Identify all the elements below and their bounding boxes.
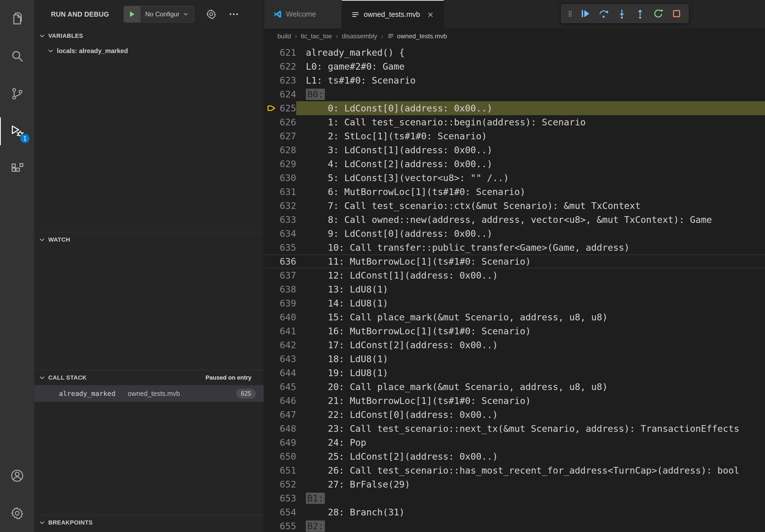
activity-item-account[interactable]	[0, 457, 34, 494]
breakpoint-gutter[interactable]	[264, 241, 280, 254]
line-number[interactable]: 651	[280, 463, 296, 477]
line-content[interactable]: 13: LdU8(1)	[296, 282, 765, 296]
step-into-button[interactable]	[613, 6, 631, 22]
breakpoint-gutter[interactable]	[264, 380, 280, 394]
line-content[interactable]: 25: LdConst[2](address: 0x00..)	[296, 449, 765, 463]
line-content[interactable]: L1: ts#1#0: Scenario	[296, 73, 765, 87]
line-number[interactable]: 644	[280, 366, 296, 380]
line-number[interactable]: 649	[280, 435, 296, 449]
variables-scope-row[interactable]: locals: already_marked	[34, 43, 264, 58]
activity-item-source-control[interactable]	[0, 75, 34, 113]
line-number[interactable]: 639	[280, 296, 296, 310]
step-out-button[interactable]	[631, 6, 649, 22]
activity-item-extensions[interactable]	[0, 150, 34, 187]
breakpoint-gutter[interactable]	[264, 73, 280, 87]
tab-welcome[interactable]: Welcome	[264, 0, 342, 28]
breakpoint-gutter[interactable]	[264, 352, 280, 366]
line-content[interactable]: 12: LdConst[1](address: 0x00..)	[296, 268, 765, 282]
line-content[interactable]: 1: Call test_scenario::begin(address): S…	[296, 115, 765, 129]
breakpoint-gutter[interactable]	[264, 87, 280, 101]
line-number[interactable]: 632	[280, 199, 296, 213]
line-content[interactable]: B0:	[296, 87, 765, 101]
line-content[interactable]: 26: Call test_scenario::has_most_recent_…	[296, 463, 765, 477]
breakpoint-gutter[interactable]	[264, 129, 280, 143]
line-content[interactable]: 19: LdU8(1)	[296, 366, 765, 380]
line-number[interactable]: 638	[280, 282, 296, 296]
line-number[interactable]: 637	[280, 268, 296, 282]
line-content[interactable]: 17: LdConst[2](address: 0x00..)	[296, 338, 765, 352]
line-number[interactable]: 648	[280, 421, 296, 435]
breakpoint-gutter[interactable]	[264, 171, 280, 185]
line-number[interactable]: 621	[280, 46, 296, 60]
stop-button[interactable]	[667, 6, 686, 22]
line-content[interactable]: B1:	[296, 491, 765, 505]
breakpoint-gutter[interactable]	[264, 324, 280, 338]
breakpoint-gutter[interactable]	[264, 491, 280, 505]
line-content[interactable]: 2: StLoc[1](ts#1#0: Scenario)	[296, 129, 765, 143]
breadcrumb-item-tic-tac-toe[interactable]: tic_tac_toe	[301, 32, 332, 40]
line-number[interactable]: 634	[280, 227, 296, 241]
breakpoint-gutter[interactable]	[264, 254, 280, 268]
breakpoint-gutter[interactable]	[264, 366, 280, 380]
breakpoint-gutter[interactable]	[264, 199, 280, 213]
line-content[interactable]: 11: MutBorrowLoc[1](ts#1#0: Scenario)	[296, 254, 765, 268]
line-number[interactable]: 654	[280, 505, 296, 519]
activity-item-explorer[interactable]	[0, 0, 34, 38]
line-number[interactable]: 624	[280, 87, 296, 101]
line-number[interactable]: 623	[280, 73, 296, 87]
line-number[interactable]: 636	[280, 254, 296, 268]
breakpoint-gutter[interactable]	[264, 394, 280, 408]
more-actions-icon[interactable]	[228, 9, 239, 20]
activity-item-settings[interactable]	[0, 494, 34, 532]
breakpoint-gutter[interactable]	[264, 505, 280, 519]
start-debugging-button[interactable]	[124, 6, 141, 22]
line-content[interactable]: 24: Pop	[296, 435, 765, 449]
line-number[interactable]: 642	[280, 338, 296, 352]
step-over-button[interactable]	[594, 6, 613, 22]
line-content[interactable]: L0: game#2#0: Game	[296, 60, 765, 73]
restart-button[interactable]	[649, 6, 667, 22]
breakpoint-gutter[interactable]	[264, 310, 280, 324]
line-content[interactable]: 9: LdConst[0](address: 0x00..)	[296, 227, 765, 241]
breakpoint-gutter[interactable]	[264, 296, 280, 310]
line-number[interactable]: 643	[280, 352, 296, 366]
line-content[interactable]: 4: LdConst[2](address: 0x00..)	[296, 157, 765, 171]
call-stack-frame[interactable]: already_marked owned_tests.mvb 625	[34, 385, 264, 402]
line-number[interactable]: 629	[280, 157, 296, 171]
line-number[interactable]: 630	[280, 171, 296, 185]
breadcrumb-item-owned-tests-mvb[interactable]: owned_tests.mvb	[387, 32, 447, 40]
variables-section-header[interactable]: VARIABLES	[34, 28, 264, 43]
breakpoint-gutter[interactable]	[264, 101, 280, 115]
line-content[interactable]: 21: MutBorrowLoc[1](ts#1#0: Scenario)	[296, 394, 765, 408]
line-number[interactable]: 626	[280, 115, 296, 129]
breakpoint-gutter[interactable]	[264, 449, 280, 463]
breakpoint-gutter[interactable]	[264, 157, 280, 171]
line-number[interactable]: 653	[280, 491, 296, 505]
activity-item-run-and-debug[interactable]: 1	[0, 113, 34, 150]
line-number[interactable]: 652	[280, 477, 296, 491]
breakpoint-gutter[interactable]	[264, 213, 280, 227]
breakpoint-gutter[interactable]	[264, 519, 280, 532]
breakpoints-section-header[interactable]: BREAKPOINTS	[34, 515, 264, 530]
line-content[interactable]: 20: Call place_mark(&mut Scenario, addre…	[296, 380, 765, 394]
line-content[interactable]: 0: LdConst[0](address: 0x00..)	[296, 101, 765, 115]
continue-button[interactable]	[576, 6, 594, 22]
line-content[interactable]: 16: MutBorrowLoc[1](ts#1#0: Scenario)	[296, 324, 765, 338]
breakpoint-gutter[interactable]	[264, 282, 280, 296]
line-number[interactable]: 633	[280, 213, 296, 227]
breakpoint-gutter[interactable]	[264, 463, 280, 477]
line-content[interactable]: B2:	[296, 519, 765, 532]
line-number[interactable]: 645	[280, 380, 296, 394]
breakpoint-gutter[interactable]	[264, 435, 280, 449]
line-content[interactable]: 3: LdConst[1](address: 0x00..)	[296, 143, 765, 157]
debug-config-dropdown[interactable]: No Configur	[141, 6, 194, 22]
line-number[interactable]: 625	[280, 101, 296, 115]
gear-icon[interactable]	[206, 9, 217, 20]
call-stack-section-header[interactable]: CALL STACK Paused on entry	[34, 370, 264, 385]
breakpoint-gutter[interactable]	[264, 46, 280, 60]
activity-item-search[interactable]	[0, 38, 34, 75]
breadcrumb-item-build[interactable]: build	[278, 32, 291, 40]
line-number[interactable]: 635	[280, 241, 296, 254]
breakpoint-gutter[interactable]	[264, 421, 280, 435]
line-number[interactable]: 650	[280, 449, 296, 463]
